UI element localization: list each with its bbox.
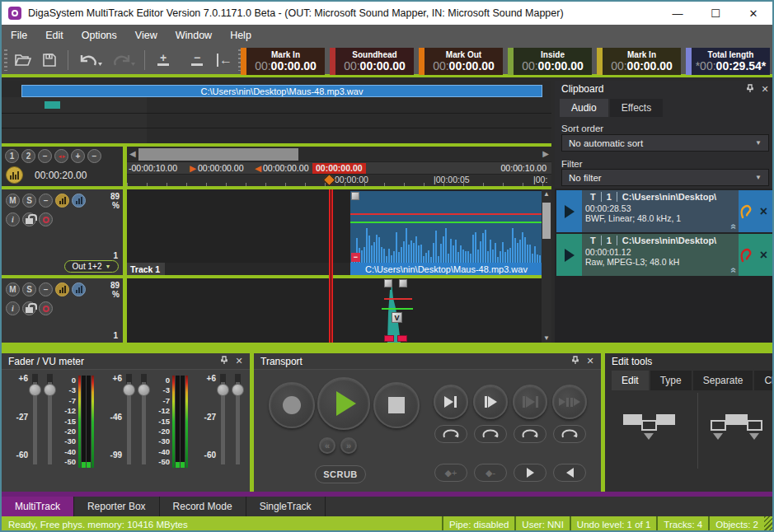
track1-meter-blue-icon[interactable] xyxy=(72,194,86,208)
transport-pin-icon[interactable] xyxy=(568,356,583,366)
clipboard-item-2[interactable]: T1C:\Users\nin\Desktop\ 00:00:01.12 Raw,… xyxy=(556,234,774,276)
clip-gain-line-green[interactable] xyxy=(350,222,542,223)
maximize-button[interactable]: ☐ xyxy=(697,2,734,25)
zoom-out-icon[interactable]: − xyxy=(186,49,208,71)
mon-fader-1[interactable] xyxy=(216,374,231,469)
skip-forward-button[interactable]: » xyxy=(340,437,357,454)
track1-info-button[interactable]: i xyxy=(6,212,20,226)
step-back-button[interactable] xyxy=(553,464,586,482)
open-file-icon[interactable] xyxy=(12,49,34,71)
filter-select[interactable]: No filter▼ xyxy=(561,169,769,186)
edit-tools-tab-type[interactable]: Type xyxy=(650,371,692,390)
out-fader-2[interactable] xyxy=(137,374,152,469)
track2-lane[interactable] xyxy=(127,278,542,343)
zoom-out-circle-button[interactable]: − xyxy=(87,149,101,163)
track2-audio-clip[interactable] xyxy=(379,280,414,343)
vertical-scrollbar-thumb[interactable] xyxy=(542,203,551,239)
pin-icon[interactable] xyxy=(743,84,758,95)
in-fader-2-knob[interactable] xyxy=(44,384,56,396)
loop-4-button[interactable] xyxy=(553,425,586,443)
zoom-preset-1-button[interactable]: 1 xyxy=(5,149,19,163)
go-to-start-icon[interactable]: ← xyxy=(217,54,233,67)
menu-item-edit[interactable]: Edit xyxy=(36,26,73,44)
vertical-scrollbar[interactable]: ▲ ▼ xyxy=(542,189,551,343)
track2-minus-button[interactable]: – xyxy=(39,282,53,296)
track2-clip-handle-left[interactable] xyxy=(384,279,392,287)
playhead-line[interactable] xyxy=(329,189,333,343)
step-forward-button[interactable] xyxy=(514,464,546,482)
track1-meter-gold-icon[interactable] xyxy=(55,194,69,208)
zoom-in-circle-button[interactable]: + xyxy=(71,149,85,163)
tab-record-mode[interactable]: Record Mode xyxy=(160,497,246,516)
scrub-button[interactable]: SCRUB xyxy=(315,465,366,483)
track2-gain-line-green[interactable] xyxy=(382,308,413,310)
track2-marker-right[interactable] xyxy=(397,335,407,342)
track2-lock-icon[interactable] xyxy=(22,301,36,315)
fader-pin-icon[interactable] xyxy=(217,356,232,366)
track2-clip-handle-right[interactable] xyxy=(399,279,407,287)
track1-output-select[interactable]: Out 1+2▼ xyxy=(64,260,119,273)
out-fader-1-knob[interactable] xyxy=(123,384,135,396)
item2-collapse-icon[interactable]: « xyxy=(729,268,739,273)
edit-tools-tab-edit[interactable]: Edit xyxy=(612,371,649,390)
time-scale-row[interactable]: 00:00:00 |00:00:05 |00: xyxy=(127,175,551,186)
item2-prelisten-ear-icon[interactable] xyxy=(739,234,753,276)
stop-button[interactable] xyxy=(373,382,420,428)
overview-clip-track1[interactable]: C:\Users\nin\Desktop\Maus-48.mp3.wav xyxy=(21,85,542,97)
toolbar-grip[interactable] xyxy=(4,49,7,71)
tab-multitrack[interactable]: MultiTrack xyxy=(2,497,74,516)
loop-3-button[interactable] xyxy=(514,425,546,443)
clip-remove-handle[interactable]: − xyxy=(351,253,360,262)
track2-marker-left[interactable] xyxy=(384,335,394,342)
track1-clip-path[interactable]: C:\Users\nin\Desktop\Maus-48.mp3.wav xyxy=(350,263,542,275)
clipboard-item-1[interactable]: T1C:\Users\nin\Desktop\ 00:00:28.53 BWF,… xyxy=(556,190,774,232)
item2-play-button[interactable] xyxy=(556,234,582,276)
mark-out-marker-icon[interactable]: ◀ xyxy=(255,163,261,173)
play-button[interactable] xyxy=(317,377,370,430)
horizontal-scrollbar[interactable]: ◀ ▶ xyxy=(127,147,551,162)
undo-icon[interactable] xyxy=(76,49,104,71)
marker-row[interactable]: -00:00:10.00 ▶ 00:00:00.00 ◀ 00:00:00.00… xyxy=(127,162,551,175)
zoom-minus-button[interactable]: – xyxy=(38,149,52,163)
track1-record-button[interactable] xyxy=(39,212,53,226)
track2-volume-badge[interactable]: V xyxy=(392,312,402,323)
track1-mute-button[interactable]: M xyxy=(6,194,20,208)
tab-reporter-box[interactable]: Reporter Box xyxy=(74,497,160,516)
menu-item-window[interactable]: Window xyxy=(167,26,221,44)
play-from-mark-button[interactable] xyxy=(473,385,508,419)
track1-audio-clip[interactable]: − xyxy=(350,191,542,263)
item1-play-button[interactable] xyxy=(556,190,582,232)
track2-meter-gold-icon[interactable] xyxy=(55,282,69,296)
item2-delete-button[interactable]: × xyxy=(753,234,774,276)
track2-info-button[interactable]: i xyxy=(6,301,20,315)
menu-item-file[interactable]: File xyxy=(2,26,36,44)
item1-prelisten-ear-icon[interactable] xyxy=(739,190,753,232)
cut-outside-icon[interactable] xyxy=(711,411,763,439)
clip-gain-line-red[interactable] xyxy=(350,213,542,215)
mon-fader-1-knob[interactable] xyxy=(217,384,229,396)
in-fader-1[interactable] xyxy=(28,374,43,469)
sort-order-select[interactable]: No automatic sort▼ xyxy=(561,134,769,152)
track1-name-tab[interactable]: Track 1 xyxy=(127,263,165,275)
track2-gain-line-red[interactable] xyxy=(384,298,412,300)
record-button[interactable] xyxy=(269,382,315,428)
zoom-to-marks-icon[interactable]: ◄► xyxy=(54,149,68,163)
scroll-right-icon[interactable]: ▶ xyxy=(542,149,549,158)
play-to-mark-button[interactable] xyxy=(434,385,468,419)
mon-fader-2-knob[interactable] xyxy=(232,384,244,396)
scroll-down-icon[interactable]: ▼ xyxy=(542,334,551,342)
fader-close-icon[interactable]: ✕ xyxy=(232,356,246,366)
out-fader-1[interactable] xyxy=(122,374,137,469)
clipboard-tab-effects[interactable]: Effects xyxy=(610,99,663,117)
waveform-mode-icon[interactable] xyxy=(6,166,23,184)
transport-close-icon[interactable]: ✕ xyxy=(583,356,598,366)
menu-item-options[interactable]: Options xyxy=(73,26,126,44)
title-bar[interactable]: DigaSystem MultiTrack Editor Version 7.0… xyxy=(2,2,772,25)
edit-tools-tab-clip-in[interactable]: Clip & In xyxy=(754,371,774,390)
track1-lock-icon[interactable] xyxy=(22,212,36,226)
close-button[interactable]: ✕ xyxy=(734,2,772,25)
track2-solo-button[interactable]: S xyxy=(22,282,36,296)
zoom-preset-2-button[interactable]: 2 xyxy=(21,149,35,163)
mon-fader-2[interactable] xyxy=(231,374,246,469)
clip-fade-handle[interactable] xyxy=(351,192,359,200)
